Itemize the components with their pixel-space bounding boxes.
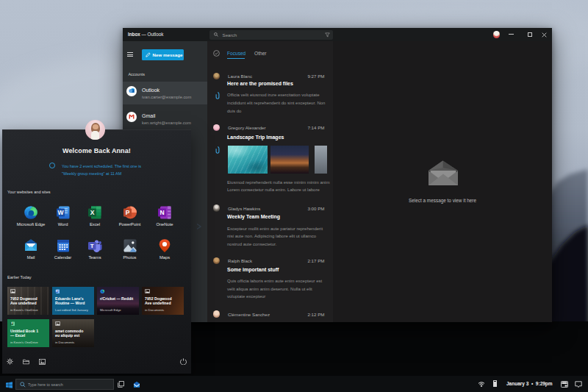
svg-text:X: X [90, 209, 95, 216]
svg-text:W: W [56, 290, 58, 293]
svg-text:W: W [57, 209, 64, 216]
svg-text:N: N [159, 209, 164, 216]
svg-text:X: X [11, 322, 12, 325]
svg-text:T: T [90, 243, 94, 249]
svg-text:P: P [125, 209, 129, 216]
